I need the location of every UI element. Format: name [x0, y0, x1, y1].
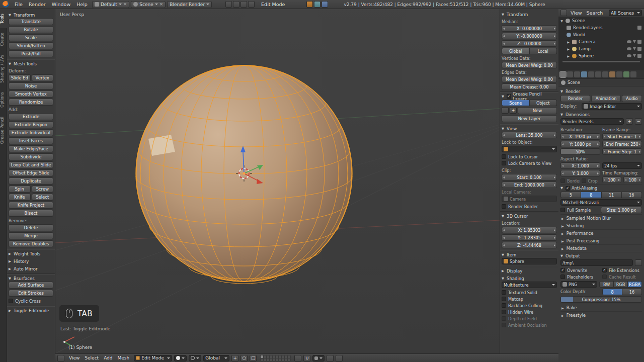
- tool-button[interactable]: Push/Pull: [9, 50, 53, 57]
- tool-button[interactable]: Bisect: [9, 210, 53, 217]
- collapsed-panel-header[interactable]: Sampled Motion Blur: [560, 214, 642, 222]
- lock-camera-checkbox[interactable]: Lock Camera to View: [502, 160, 557, 166]
- tool-button[interactable]: Smooth Vertex: [9, 90, 53, 98]
- panel-header-grease-pencil[interactable]: ▼ Grease Pencil Layers: [502, 93, 557, 100]
- panel-header-3d-cursor[interactable]: ▼ 3D Cursor: [502, 213, 557, 219]
- cursor-y-field[interactable]: Y: -1.28305: [502, 234, 557, 241]
- file-extensions-checkbox[interactable]: File Extensions: [602, 267, 642, 274]
- tool-button[interactable]: Rotate: [9, 26, 53, 33]
- outliner-scrollbar[interactable]: [562, 61, 640, 62]
- outliner-view-menu[interactable]: View: [570, 10, 583, 16]
- tab-modifiers[interactable]: [595, 71, 601, 77]
- shading-checkbox[interactable]: Hidden Wire: [502, 309, 557, 315]
- panel-header-view[interactable]: ▼ View: [502, 125, 557, 132]
- cyclic-cross-checkbox[interactable]: Cyclic Cross: [9, 298, 53, 304]
- object-icon[interactable]: [306, 1, 313, 8]
- scene-stats-icon[interactable]: [321, 1, 328, 8]
- lock-object-field[interactable]: [502, 146, 557, 152]
- tool-button[interactable]: Subdivide: [9, 153, 53, 160]
- tool-button[interactable]: Add Surface: [9, 282, 53, 289]
- selectable-arrow-icon[interactable]: [633, 40, 636, 43]
- renderable-camera-icon[interactable]: [637, 40, 641, 44]
- remap-old-field[interactable]: 100: [602, 176, 621, 183]
- editor-type-icon[interactable]: [57, 355, 64, 361]
- shading-checkbox[interactable]: Textured Solid: [502, 289, 557, 296]
- expand-icon[interactable]: ▶: [567, 40, 570, 44]
- outliner-row-sphere[interactable]: ▶ Sphere: [558, 52, 644, 59]
- tool-button[interactable]: Edit Strokes: [9, 290, 53, 297]
- translate-manipulator-icon[interactable]: +: [231, 355, 238, 361]
- median-y-field[interactable]: Y: -0.000000: [502, 33, 557, 39]
- preset-add-button[interactable]: +: [626, 118, 633, 125]
- tab-material[interactable]: [609, 71, 615, 77]
- panel-header-transform[interactable]: ▼ Transform: [502, 11, 557, 18]
- panel-header-auto-mirror[interactable]: ▶ Auto Mirror: [9, 265, 53, 272]
- panel-header-mesh-tools[interactable]: ▼ Mesh Tools: [9, 60, 53, 67]
- shading-mode-dropdown[interactable]: Multitexture: [502, 282, 557, 288]
- anti-aliasing-checkbox[interactable]: [566, 186, 570, 191]
- rotate-manipulator-icon[interactable]: ○: [240, 355, 248, 361]
- selectable-arrow-icon[interactable]: [633, 47, 636, 50]
- visibility-eye-icon[interactable]: [627, 40, 631, 43]
- frame-rate-dropdown[interactable]: 24 fps: [602, 162, 642, 169]
- outliner-row-scene[interactable]: ▼ Scene: [558, 17, 644, 24]
- outliner-row-renderlayers[interactable]: RenderLayers: [558, 24, 644, 31]
- close-icon[interactable]: ×: [159, 2, 164, 7]
- edge-crease-slider[interactable]: Mean Crease: 0.00: [502, 83, 557, 90]
- aa-size-slider[interactable]: Size: 1.000 px: [601, 207, 642, 213]
- tool-button[interactable]: Translate: [9, 18, 53, 25]
- tool-button[interactable]: Extrude Individual: [9, 129, 53, 136]
- shading-checkbox[interactable]: Backface Culling: [502, 302, 557, 309]
- collapsed-panel-header[interactable]: Performance: [560, 229, 642, 237]
- outliner-scope-dropdown[interactable]: All Scenes: [609, 10, 642, 16]
- shading-checkbox[interactable]: Ambient Occlusion: [502, 322, 557, 328]
- panel-header-redo[interactable]: ▶ Toggle Editmode: [9, 307, 53, 314]
- render-button[interactable]: Render: [560, 95, 590, 102]
- render-presets-dropdown[interactable]: Render Presets: [560, 118, 624, 125]
- expand-icon[interactable]: ▶: [567, 54, 570, 58]
- tool-button[interactable]: Make Edge/Face: [9, 145, 53, 152]
- color-mode-rgb[interactable]: RGB: [614, 281, 628, 288]
- panel-header-shading[interactable]: ▼ Shading: [502, 275, 557, 282]
- toolshelf-tab-grease-pencil[interactable]: Grease Pencil: [0, 112, 7, 148]
- output-path-field[interactable]: /tmp\: [560, 259, 633, 266]
- color-mode-rgba[interactable]: RGBA: [628, 281, 642, 288]
- close-icon[interactable]: ×: [123, 2, 127, 7]
- tool-button[interactable]: Extrude: [9, 113, 53, 120]
- cursor-z-field[interactable]: Z: -4.44468: [502, 242, 557, 248]
- panel-header-display[interactable]: ▶ Display: [502, 267, 557, 274]
- depth-8[interactable]: 8: [602, 289, 622, 295]
- expand-icon[interactable]: ▶: [567, 47, 570, 51]
- panel-header-item[interactable]: ▼ Item: [502, 251, 557, 258]
- display-mode-dropdown[interactable]: Image Editor: [582, 103, 642, 110]
- aa-sample-5[interactable]: 5: [560, 192, 581, 198]
- renderable-camera-icon[interactable]: [637, 47, 641, 51]
- clip-start-field[interactable]: Start: 0.100: [502, 174, 557, 180]
- opengl-render-still-icon[interactable]: [327, 355, 334, 361]
- tool-button[interactable]: Loop Cut and Slide: [9, 161, 53, 168]
- overwrite-checkbox[interactable]: Overwrite: [560, 267, 600, 274]
- preset-remove-button[interactable]: −: [635, 118, 642, 125]
- gp-scene-button[interactable]: Scene: [502, 100, 530, 106]
- tool-button[interactable]: Select: [32, 194, 54, 201]
- cursor-x-field[interactable]: X: 1.85303: [502, 227, 557, 233]
- shading-checkbox[interactable]: Depth of Field: [502, 315, 557, 322]
- collapsed-panel-header[interactable]: Shading: [560, 222, 642, 229]
- outliner-row-lamp[interactable]: ▶ Lamp: [558, 45, 644, 52]
- lock-to-cursor-checkbox[interactable]: Lock to Cursor: [502, 153, 557, 160]
- aa-filter-dropdown[interactable]: Mitchell-Netravali: [560, 199, 642, 206]
- audio-button[interactable]: Audio: [622, 95, 642, 102]
- pencil-icon[interactable]: [502, 107, 509, 114]
- menu-item[interactable]: Select: [82, 355, 101, 360]
- editor-type-icon[interactable]: [560, 10, 567, 16]
- tool-button[interactable]: Scale: [9, 34, 53, 41]
- render-border-checkbox[interactable]: Render Border: [502, 203, 557, 210]
- grease-pencil-checkbox[interactable]: [507, 94, 511, 99]
- clip-end-field[interactable]: End: 1000.000: [502, 182, 557, 188]
- menu-item[interactable]: Add: [101, 355, 115, 360]
- tool-button[interactable]: Delete: [9, 224, 53, 231]
- toolshelf-tab-shading-uvs[interactable]: Shading / UVs: [0, 50, 7, 87]
- tool-button[interactable]: Offset Edge Slide: [9, 169, 53, 176]
- renderable-camera-icon[interactable]: [637, 54, 641, 58]
- lens-field[interactable]: Lens: 35.000: [502, 132, 557, 138]
